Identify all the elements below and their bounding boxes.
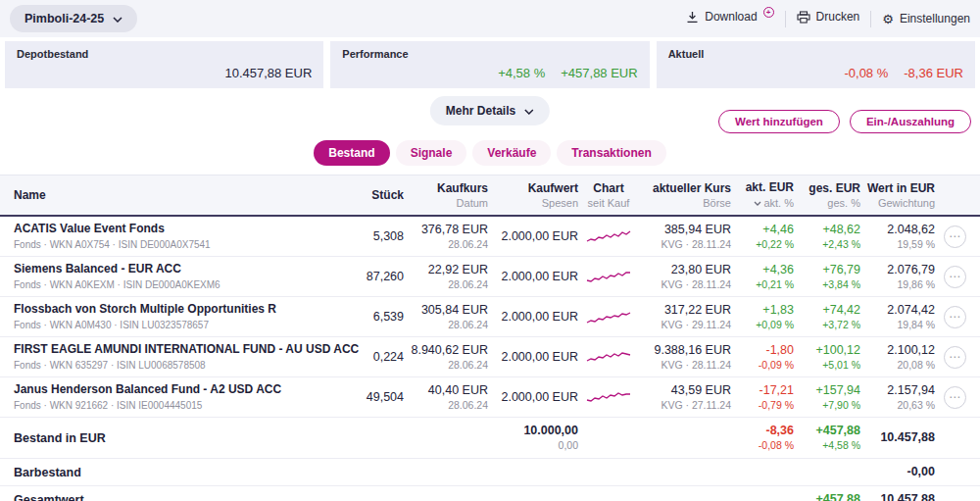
download-label: Download: [705, 11, 757, 24]
row-menu-button[interactable]: ⋯: [944, 266, 966, 288]
sparkline-chart[interactable]: [584, 388, 633, 406]
download-badge-icon: +: [763, 7, 774, 18]
stueck-cell: 6,539: [353, 310, 404, 325]
kaufkurs-cell: 376,78 EUR28.06.24: [410, 223, 488, 251]
fund-meta: Fonds · WKN A0X754 · ISIN DE000A0X7541: [14, 238, 347, 251]
tab-bestand[interactable]: Bestand: [314, 140, 389, 166]
row-menu-button[interactable]: ⋯: [944, 225, 966, 248]
portfolio-selector[interactable]: Pimboli-24-25: [10, 5, 137, 32]
print-label: Drucken: [816, 11, 860, 24]
kaufwert-cell: 2.000,00 EUR: [494, 390, 578, 405]
tab-transaktionen[interactable]: Transaktionen: [557, 140, 665, 166]
print-button[interactable]: Drucken: [797, 9, 860, 28]
ellipsis-icon: ⋯: [949, 310, 960, 324]
ges-cell: +100,12+5,01 %: [800, 343, 860, 372]
kaufwert-cell: 2.000,00 EUR: [494, 229, 578, 244]
ges-cell: +76,79+3,84 %: [800, 263, 860, 291]
kaufkurs-cell: 40,40 EUR28.06.24: [410, 383, 488, 412]
add-value-button[interactable]: Wert hinzufügen: [718, 110, 840, 133]
performance-percent: +4,58 %: [498, 66, 545, 80]
ges-cell: +157,94+7,90 %: [800, 383, 860, 412]
fund-name[interactable]: Siemens Balanced - EUR ACC: [14, 262, 347, 276]
akt-cell: -17,21-0,79 %: [737, 383, 794, 412]
card-label: Performance: [342, 48, 637, 60]
kaufkurs-cell: 8.940,62 EUR28.06.24: [410, 343, 488, 372]
topbar-actions: Download + Drucken ⚙ Einstellungen: [686, 9, 970, 28]
ges-cell: +74,42+3,72 %: [800, 303, 860, 331]
wert-cell: 2.157,9420,63 %: [866, 383, 935, 412]
total-ges-pct: +4,58 %: [800, 439, 860, 452]
col-name[interactable]: Name: [14, 188, 347, 203]
fund-name[interactable]: ACATIS Value Event Fonds: [14, 222, 347, 236]
col-ges-eur[interactable]: ges. EURges. %: [800, 181, 860, 210]
card-label: Depotbestand: [17, 48, 312, 60]
col-wert[interactable]: Wert in EURGewichtung: [866, 181, 935, 210]
fund-name[interactable]: Flossbach von Storch Multiple Opportunit…: [14, 302, 347, 317]
wert-cell: 2.076,7919,86 %: [866, 263, 935, 291]
deposit-withdraw-button[interactable]: Ein-/Auszahlung: [850, 110, 971, 133]
kaufwert-cell: 2.000,00 EUR: [494, 310, 578, 325]
akt-cell: +4,46+0,22 %: [737, 223, 794, 251]
total-kaufwert: 10.000,00: [494, 424, 578, 438]
divider: [785, 11, 786, 27]
aktuell-percent: -0,08 %: [844, 66, 888, 80]
col-stueck[interactable]: Stück: [353, 188, 404, 203]
col-kaufwert[interactable]: KaufwertSpesen: [494, 181, 578, 210]
sort-desc-icon: [754, 196, 761, 209]
row-menu-button[interactable]: ⋯: [944, 386, 966, 409]
download-icon: [686, 11, 699, 26]
topbar: Pimboli-24-25 Download + Drucken ⚙ Einst…: [0, 0, 980, 37]
row-menu-button[interactable]: ⋯: [944, 306, 966, 328]
kaufkurs-cell: 305,84 EUR28.06.24: [410, 303, 488, 331]
akt-cell: -1,80-0,09 %: [737, 343, 794, 372]
sparkline-chart[interactable]: [584, 227, 633, 245]
more-details-button[interactable]: Mehr Details: [430, 96, 550, 125]
mid-row: Mehr Details Wert hinzufügen Ein-/Auszah…: [0, 92, 980, 135]
akt-cell: +4,36+0,21 %: [737, 263, 794, 291]
kurs-cell: 385,94 EURKVG · 28.11.24: [639, 223, 731, 251]
tab-verkaeufe[interactable]: Verkäufe: [472, 140, 551, 166]
col-akt-kurs[interactable]: aktueller KursBörse: [639, 181, 731, 210]
col-akt-eur[interactable]: akt. EUR akt. %: [737, 180, 794, 210]
kurs-cell: 23,80 EURKVG · 28.11.24: [639, 263, 731, 291]
gesamt-ges-eur: +457,88: [800, 492, 860, 501]
holdings-table: Name Stück KaufkursDatum KaufwertSpesen …: [0, 175, 980, 501]
row-menu-button[interactable]: ⋯: [944, 346, 966, 369]
table-row: Janus Henderson Balanced Fund - A2 USD A…: [0, 377, 980, 418]
ellipsis-icon: ⋯: [949, 350, 960, 364]
sparkline-chart[interactable]: [584, 348, 633, 366]
total-row-gesamtwert: Gesamtwert +457,88 10.457,88: [0, 486, 980, 501]
table-header: Name Stück KaufkursDatum KaufwertSpesen …: [0, 175, 980, 217]
fund-meta: Fonds · WKN A0M430 · ISIN LU0323578657: [14, 319, 347, 331]
col-kaufkurs[interactable]: KaufkursDatum: [410, 181, 488, 210]
wert-cell: 2.048,6219,59 %: [866, 223, 935, 251]
table-row: Flossbach von Storch Multiple Opportunit…: [0, 297, 980, 337]
download-button[interactable]: Download +: [686, 9, 773, 28]
card-performance: Performance +4,58 % +457,88 EUR: [330, 41, 649, 88]
total-row-barbestand: Barbestand -0,00: [0, 459, 980, 486]
ges-cell: +48,62+2,43 %: [800, 223, 860, 251]
sparkline-chart[interactable]: [584, 268, 633, 285]
fund-meta: Fonds · WKN A0KEXM · ISIN DE000A0KEXM6: [14, 278, 347, 291]
settings-button[interactable]: ⚙ Einstellungen: [882, 11, 970, 27]
total-row-bestand: Bestand in EUR 10.000,000,00 -8,36-0,08 …: [0, 418, 980, 459]
stueck-cell: 49,504: [353, 390, 404, 405]
tab-signale[interactable]: Signale: [396, 140, 467, 166]
fund-meta: Fonds · WKN 635297 · ISIN LU0068578508: [14, 359, 347, 372]
chevron-down-icon: [113, 12, 122, 25]
fund-name[interactable]: Janus Henderson Balanced Fund - A2 USD A…: [14, 382, 347, 397]
kaufwert-cell: 2.000,00 EUR: [494, 350, 578, 365]
total-akt-eur: -8,36: [737, 424, 794, 438]
wert-cell: 2.100,1220,08 %: [866, 343, 935, 372]
col-chart[interactable]: Chartseit Kauf: [584, 181, 633, 210]
sparkline-chart[interactable]: [584, 308, 633, 326]
performance-value: +457,88 EUR: [561, 66, 637, 80]
total-ges-eur: +457,88: [800, 424, 860, 438]
settings-label: Einstellungen: [900, 13, 970, 25]
kurs-cell: 317,22 EURKVG · 29.11.24: [639, 303, 731, 331]
ellipsis-icon: ⋯: [949, 390, 960, 404]
fund-name[interactable]: FIRST EAGLE AMUNDI INTERNATIONAL FUND - …: [14, 342, 347, 357]
ellipsis-icon: ⋯: [949, 270, 960, 283]
barbestand-wert: -0,00: [866, 465, 935, 479]
kurs-cell: 9.388,16 EURKVG · 28.11.24: [639, 343, 731, 372]
